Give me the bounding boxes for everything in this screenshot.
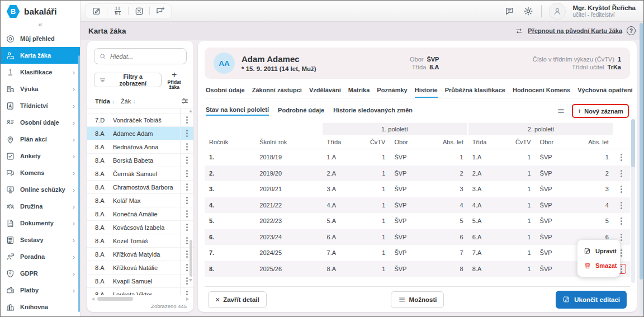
col-cvtv-s2: ČvTV xyxy=(510,135,536,149)
scroll-up-icon[interactable] xyxy=(189,110,192,112)
detail-scrollbar[interactable] xyxy=(631,119,635,283)
sidebar-item-sestavy[interactable]: Sestavy› xyxy=(1,231,80,248)
menu-item-label: Smazat xyxy=(595,262,617,269)
edit-record-icon[interactable] xyxy=(91,6,102,16)
student-name: Kovácsová Izabela xyxy=(113,224,180,231)
row-menu-button[interactable] xyxy=(618,233,626,242)
tab-zakonni-zastupci[interactable]: Zákonní zástupci xyxy=(252,87,302,98)
sidebar-item-label: Třídnictví xyxy=(20,102,48,109)
list-horizontal-scrollbar[interactable] xyxy=(92,296,189,301)
student-row-kolar-max[interactable]: 8.AKolář Max xyxy=(87,194,193,207)
student-row-bednarova-anna[interactable]: 8.ABednářová Anna xyxy=(87,140,193,154)
scroll-down-icon[interactable] xyxy=(189,279,192,282)
chevron-right-icon: › xyxy=(73,102,75,110)
options-button[interactable]: Možnosti xyxy=(391,291,444,308)
list-scrollbar-thumb[interactable] xyxy=(190,240,192,277)
sidebar-item-karta-zaka[interactable]: Karta žáka xyxy=(1,47,80,64)
sidebar-item-online-schuzky[interactable]: Online schůzky› xyxy=(1,181,80,198)
tab-historie[interactable]: Historie xyxy=(415,87,438,98)
sidebar-item-druzina[interactable]: Družina› xyxy=(1,198,80,215)
close-detail-button[interactable]: × Zavřít detail xyxy=(208,291,267,308)
row-menu-button[interactable] xyxy=(618,217,626,226)
student-row-kvapil-samuel[interactable]: 8.AKvapil Samuel xyxy=(87,275,193,288)
student-row-kovacsova-izabela[interactable]: 8.AKovácsová Izabela xyxy=(87,221,193,234)
student-name: Kvapil Samuel xyxy=(113,278,180,285)
tab-hodnoceni-komens[interactable]: Hodnocení Komens xyxy=(513,87,570,98)
toolbar-separator xyxy=(149,7,150,15)
end-edit-button[interactable]: Ukončit editaci xyxy=(556,291,627,309)
student-row-loukota-viktor[interactable]: 8.ALoukota Viktor xyxy=(87,288,193,295)
filters-button[interactable]: Filtry a zobrazení xyxy=(94,73,162,87)
student-row-cermak-samuel[interactable]: 8.AČermák Samuel xyxy=(87,167,193,181)
student-row-borska-babeta[interactable]: 8.ABorská Babeta xyxy=(87,154,193,167)
tab-prubezna-klasifikace[interactable]: Průběžná klasifikace xyxy=(445,87,505,98)
view-menu-icon[interactable] xyxy=(557,107,565,115)
row-menu-button[interactable] xyxy=(618,201,626,210)
row-menu-button[interactable] xyxy=(618,153,626,162)
student-row-konecna-amalie[interactable]: 8.AKonečná Amálie xyxy=(87,207,193,221)
grades-icon[interactable]: 1 2N 1 xyxy=(112,6,123,16)
sidebar-item-plan-akci[interactable]: Plán akcí› xyxy=(1,131,80,148)
student-class: 8.A xyxy=(87,211,113,217)
page-scrollbar[interactable] xyxy=(640,23,643,315)
scroll-left-icon[interactable] xyxy=(92,297,94,301)
tab-vychovna-opatreni[interactable]: Výchovná opatření xyxy=(577,87,632,98)
row-menu-button[interactable] xyxy=(618,169,626,178)
sidebar-item-muj-prehled[interactable]: Můj přehled xyxy=(1,30,80,47)
trida-label: Třída xyxy=(412,64,427,70)
sidebar-item-vyuka[interactable]: Výuka› xyxy=(1,81,80,97)
student-column-header[interactable]: Žák ↕ xyxy=(121,98,181,105)
sidebar-item-poradna[interactable]: Poradna› xyxy=(1,248,80,265)
sidebar-item-platby[interactable]: Platby› xyxy=(1,282,80,299)
class-column-header[interactable]: Třída ↓ xyxy=(95,98,121,105)
list-scrollbar[interactable] xyxy=(188,110,193,294)
sidebar-item-dokumenty[interactable]: Dokumenty› xyxy=(1,215,80,231)
student-row-kozel-tomas[interactable]: 8.AKozel Tomáš xyxy=(87,234,193,248)
sidebar-scrollbar[interactable] xyxy=(78,55,80,312)
student-row-krizkova-matylda[interactable]: 8.AKřížková Matylda xyxy=(87,248,193,261)
user-avatar[interactable] xyxy=(549,3,566,20)
subtab-stav-na-konci-pololeti[interactable]: Stav na konci pololetí xyxy=(206,106,269,116)
detail-scrollbar-thumb[interactable] xyxy=(631,119,635,167)
sidebar-item-gdpr[interactable]: GDPR› xyxy=(1,265,80,282)
brand-logo[interactable]: B bakaláři xyxy=(1,1,80,20)
tab-poznamky[interactable]: Poznámky xyxy=(377,87,407,98)
sidebar-item-ankety[interactable]: Ankety› xyxy=(1,148,80,164)
hscroll-thumb[interactable] xyxy=(97,297,133,301)
absence-icon[interactable] xyxy=(134,6,144,16)
sidebar-item-tridnictvi[interactable]: Třídnictví› xyxy=(1,97,80,114)
gear-icon[interactable] xyxy=(523,6,534,17)
student-row-adamec-adam[interactable]: 8.AAdamec Adam xyxy=(87,127,193,140)
sidebar-collapse-button[interactable]: « xyxy=(1,20,80,30)
column-settings-icon[interactable] xyxy=(181,97,189,105)
sidebar-item-klasifikace[interactable]: Klasifikace› xyxy=(1,64,80,81)
student-row-partial[interactable] xyxy=(87,108,193,113)
col-trida-s1: Třída xyxy=(323,135,364,149)
add-student-button[interactable]: + Přidat žáka xyxy=(162,70,187,90)
sidebar-item-label: Komens xyxy=(20,169,44,176)
sidebar-item-komens[interactable]: Komens› xyxy=(1,164,80,181)
search-input[interactable] xyxy=(110,53,182,60)
menu-item-smazat[interactable]: Smazat xyxy=(577,258,620,273)
tab-vzdelavani[interactable]: Vzdělávání xyxy=(309,87,341,98)
sidebar-item-knihovna[interactable]: Knihovna xyxy=(1,299,80,315)
chat-icon[interactable] xyxy=(504,6,515,17)
scroll-right-icon[interactable] xyxy=(186,297,189,301)
help-icon[interactable]: ? xyxy=(627,26,636,35)
menu-item-upravit[interactable]: Upravit xyxy=(577,244,620,258)
subtab-historie-sledovanych-zmen[interactable]: Historie sledovaných změn xyxy=(333,107,413,115)
user-info[interactable]: Mgr. Kryštof Řeřicha učitel - ředitelstv… xyxy=(573,4,636,18)
new-message-icon[interactable] xyxy=(155,6,165,16)
student-row-krizkova-natalie[interactable]: 8.AKřížková Natálie xyxy=(87,261,193,275)
student-row-chramostova-barbora[interactable]: 8.AChramostová Barbora xyxy=(87,181,193,194)
switch-to-original-link[interactable]: Přepnout na původní Kartu žáka xyxy=(528,27,622,34)
tab-matrika[interactable]: Matrika xyxy=(348,87,370,98)
tab-osobni-udaje[interactable]: Osobní údaje xyxy=(206,87,245,98)
subtab-podrobne-udaje[interactable]: Podrobné údaje xyxy=(278,107,324,115)
sidebar-item-osobni-udaje[interactable]: Osobní údaje› xyxy=(1,114,80,131)
student-row-vondracek-tobias[interactable]: 7.DVondráček Tobiáš xyxy=(87,113,193,127)
page-scrollbar-thumb[interactable] xyxy=(640,23,643,280)
new-record-button[interactable]: + Nový záznam xyxy=(572,104,629,118)
row-menu-button[interactable] xyxy=(618,185,626,194)
sidebar-item-label: Platby xyxy=(20,287,39,294)
